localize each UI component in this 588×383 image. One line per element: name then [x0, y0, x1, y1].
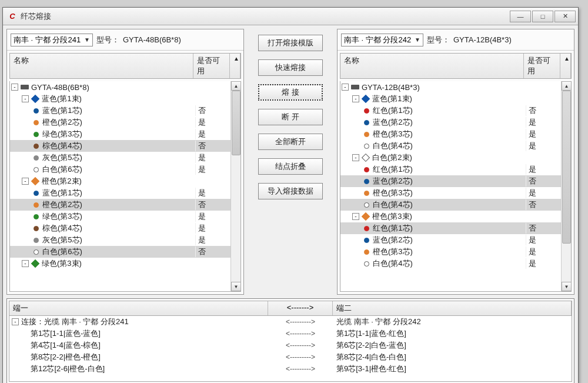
- tree-row[interactable]: 白色(第4芯)是: [340, 258, 561, 269]
- left-scrollbar[interactable]: ▲ ▼: [230, 81, 240, 291]
- disconnect-button[interactable]: 断 开: [258, 109, 323, 125]
- tree-row[interactable]: -绿色(第3束): [10, 258, 230, 269]
- right-segment-select[interactable]: 南丰 · 宁都 分段242 ▼: [341, 34, 423, 46]
- scroll-up-icon[interactable]: ▲: [231, 81, 241, 91]
- scroll-down-icon[interactable]: ▼: [231, 282, 241, 291]
- quick-splice-button[interactable]: 快速熔接: [258, 59, 323, 76]
- scroll-up-icon[interactable]: ▲: [230, 54, 240, 78]
- tree-row[interactable]: 灰色(第5芯)是: [10, 152, 230, 164]
- row-avail: 否: [526, 105, 561, 116]
- tree-row[interactable]: -GYTA-48B(6B*8): [10, 81, 230, 93]
- tree-row[interactable]: 蓝色(第1芯)是: [10, 187, 230, 199]
- tree-row[interactable]: 蓝色(第2芯)否: [340, 175, 561, 187]
- connection-row[interactable]: 第4芯[1-4|蓝色-棕色]<--------->第6芯[2-2|白色-蓝色]: [9, 339, 572, 351]
- left-tree: -GYTA-48B(6B*8)-蓝色(第1束)蓝色(第1芯)否橙色(第2芯)是绿…: [9, 81, 241, 292]
- expand-icon[interactable]: -: [342, 84, 349, 91]
- open-template-button[interactable]: 打开熔接模版: [258, 35, 323, 51]
- expand-icon[interactable]: -: [22, 260, 29, 267]
- splice-button[interactable]: 熔 接: [258, 84, 323, 101]
- tree-row[interactable]: 绿色(第3芯)是: [10, 211, 230, 222]
- tree-row[interactable]: 白色(第4芯)否: [340, 199, 561, 211]
- tree-row[interactable]: 橙色(第2芯)否: [10, 199, 230, 211]
- scroll-thumb[interactable]: [232, 91, 240, 155]
- tree-row[interactable]: 橙色(第2芯)是: [10, 116, 230, 128]
- row-label: 蓝色(第2芯): [373, 117, 413, 128]
- col-end1[interactable]: 端一: [9, 301, 268, 315]
- right-panel: 南丰 · 宁都 分段242 ▼ 型号： GYTA-12B(4B*3) 名称 是否…: [337, 29, 574, 295]
- expand-icon[interactable]: -: [352, 95, 359, 102]
- tree-row[interactable]: 棕色(第4芯)否: [10, 140, 230, 152]
- col-name[interactable]: 名称: [10, 54, 193, 78]
- scroll-thumb[interactable]: [562, 91, 571, 244]
- tree-row[interactable]: 红色(第1芯)是: [340, 164, 561, 175]
- bundle-icon: [31, 259, 39, 268]
- bundle-icon: [362, 212, 370, 221]
- tree-row[interactable]: 白色(第6芯)是: [10, 164, 230, 175]
- tree-row[interactable]: 蓝色(第2芯)是: [340, 234, 561, 246]
- tree-row[interactable]: 蓝色(第1芯)否: [10, 105, 230, 116]
- left-segment-value: 南丰 · 宁都 分段241: [14, 35, 81, 45]
- scroll-up-icon[interactable]: ▲: [562, 81, 572, 91]
- end1-text: 第8芯[2-2|橙色-橙色]: [31, 352, 101, 362]
- col-end2[interactable]: 端二: [333, 301, 572, 315]
- col-avail[interactable]: 是否可用: [524, 54, 560, 78]
- tree-row[interactable]: 绿色(第3芯)是: [10, 128, 230, 140]
- connection-row[interactable]: -连接：光缆 南丰 · 宁都 分段241<--------->光缆 南丰 · 宁…: [9, 316, 572, 328]
- tree-row[interactable]: 橙色(第3芯)是: [340, 128, 561, 140]
- expand-icon[interactable]: -: [11, 84, 18, 91]
- tree-row[interactable]: -橙色(第3束): [340, 211, 561, 222]
- main-window: C 纤芯熔接 — □ ✕ 南丰 · 宁都 分段241 ▼ 型号： GYTA-48…: [2, 7, 579, 383]
- end2-text: 光缆 南丰 · 宁都 分段242: [333, 317, 572, 327]
- expand-icon[interactable]: -: [352, 154, 359, 161]
- scroll-up-icon[interactable]: ▲: [560, 54, 571, 78]
- tree-row[interactable]: 白色(第4芯)是: [340, 140, 561, 152]
- col-avail[interactable]: 是否可用: [193, 54, 230, 78]
- tree-row[interactable]: 灰色(第5芯)是: [10, 234, 230, 246]
- core-icon: [364, 202, 369, 208]
- core-icon: [34, 226, 39, 231]
- tree-row[interactable]: -白色(第2束): [340, 152, 561, 164]
- col-name[interactable]: 名称: [340, 54, 524, 78]
- tree-row[interactable]: -蓝色(第1束): [340, 93, 561, 105]
- close-button[interactable]: ✕: [554, 11, 576, 22]
- connection-row[interactable]: 第8芯[2-2|橙色-橙色]<--------->第8芯[2-4|白色-白色]: [9, 351, 572, 363]
- end1-text: 第12芯[2-6|橙色-白色]: [31, 364, 105, 374]
- tree-row[interactable]: -GYTA-12B(4B*3): [340, 81, 561, 93]
- maximize-button[interactable]: □: [532, 11, 553, 22]
- right-scrollbar[interactable]: ▲ ▼: [561, 81, 571, 291]
- left-segment-select[interactable]: 南丰 · 宁都 分段241 ▼: [11, 34, 93, 46]
- end1-text: 第4芯[1-4|蓝色-棕色]: [31, 340, 101, 351]
- row-avail: 否: [526, 176, 561, 186]
- tree-row[interactable]: 红色(第1芯)否: [340, 222, 561, 234]
- col-arrow[interactable]: <------->: [268, 301, 333, 315]
- tree-row[interactable]: -蓝色(第1束): [10, 93, 230, 105]
- right-segment-value: 南丰 · 宁都 分段242: [344, 35, 411, 45]
- connection-row[interactable]: 第12芯[2-6|橙色-白色]<--------->第9芯[3-1|橙色-红色]: [9, 363, 572, 375]
- expand-icon[interactable]: -: [352, 213, 359, 220]
- scroll-down-icon[interactable]: ▼: [562, 282, 572, 291]
- tree-row[interactable]: -橙色(第2束): [10, 175, 230, 187]
- row-label: GYTA-12B(4B*3): [362, 83, 420, 92]
- arrow-text: <--------->: [268, 365, 333, 373]
- tree-row[interactable]: 棕色(第4芯)是: [10, 222, 230, 234]
- collapse-button[interactable]: 结点折叠: [258, 158, 323, 175]
- import-button[interactable]: 导入熔接数据: [258, 183, 323, 199]
- tree-row[interactable]: 白色(第6芯)否: [10, 246, 230, 258]
- row-avail: 是: [526, 247, 561, 257]
- right-model-value: GYTA-12B(4B*3): [453, 35, 512, 44]
- disconnect-all-button[interactable]: 全部断开: [258, 134, 323, 150]
- tree-row[interactable]: 橙色(第3芯)是: [340, 187, 561, 199]
- tree-row[interactable]: 蓝色(第2芯)是: [340, 116, 561, 128]
- row-avail: 是: [195, 129, 230, 139]
- core-icon: [364, 238, 369, 243]
- row-avail: 否: [526, 199, 561, 210]
- expand-icon[interactable]: -: [22, 178, 29, 185]
- tree-row[interactable]: 橙色(第3芯)是: [340, 246, 561, 258]
- expand-icon[interactable]: -: [22, 95, 29, 102]
- connection-row[interactable]: 第1芯[1-1|蓝色-蓝色]<--------->第1芯[1-1|蓝色-红色]: [9, 328, 572, 339]
- core-icon: [364, 191, 369, 196]
- expand-icon[interactable]: -: [12, 318, 19, 325]
- minimize-button[interactable]: —: [510, 11, 531, 22]
- tree-row[interactable]: 红色(第1芯)否: [340, 105, 561, 116]
- core-icon: [364, 261, 369, 267]
